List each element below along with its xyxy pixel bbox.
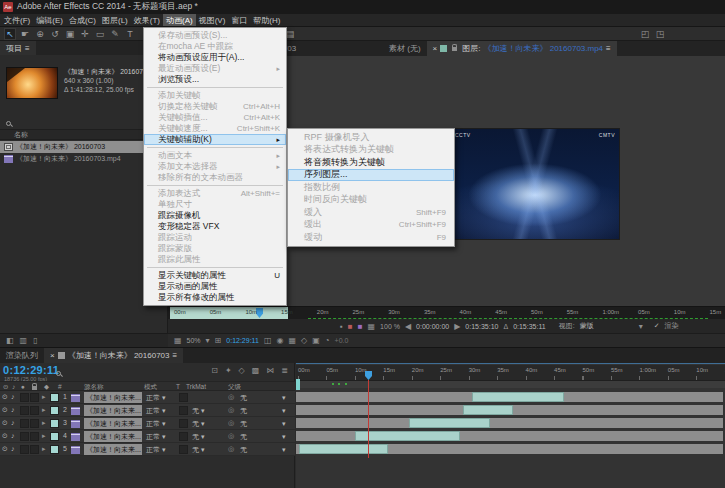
audio-icon[interactable]: ♪	[11, 445, 15, 452]
mode-select[interactable]: 正常 ▾	[146, 444, 165, 455]
parent-dropdown-icon[interactable]: ▾	[282, 431, 286, 442]
current-time-display[interactable]: 0:12:29:11	[3, 364, 59, 376]
keyframe-submenu-item-6[interactable]: 时间反向关键帧	[288, 194, 454, 207]
solo-box[interactable]	[20, 432, 29, 441]
render-checkbox[interactable]: ✓	[654, 322, 660, 330]
mode-select[interactable]: 正常 ▾	[146, 431, 165, 442]
timeline-preview-icon[interactable]: ◔	[325, 336, 330, 345]
magnification-value[interactable]: 50%	[187, 337, 201, 344]
draft3d-icon[interactable]: ✦	[225, 366, 232, 375]
layer-color-label[interactable]	[50, 445, 59, 454]
menubar-item-6[interactable]: 动画(A)	[163, 14, 196, 26]
parent-select[interactable]: 无	[240, 444, 247, 455]
trkmat-select[interactable]: 无 ▾	[192, 431, 204, 442]
lock-box[interactable]	[30, 445, 39, 454]
hide-shy-layers-icon[interactable]: ◇	[239, 366, 245, 375]
animation-menu-item-17[interactable]: 添加表达式Alt+Shift+=	[144, 188, 286, 199]
pickwhip-icon[interactable]: ◎	[228, 432, 234, 440]
layer-duration-bar[interactable]	[299, 444, 388, 454]
animation-menu-item-21[interactable]: 跟踪运动	[144, 232, 286, 243]
pickwhip-icon[interactable]: ◎	[228, 406, 234, 414]
animation-menu-item-18[interactable]: 单独尺寸	[144, 199, 286, 210]
audio-icon[interactable]: ♪	[11, 393, 15, 400]
project-search[interactable]	[6, 118, 162, 128]
delete-icon[interactable]: ▯	[33, 336, 37, 345]
animation-menu-item-19[interactable]: 跟踪摄像机	[144, 210, 286, 221]
keyframe-submenu-item-9[interactable]: 缓动F9	[288, 231, 454, 244]
magnification-icon[interactable]: ▦	[174, 336, 182, 345]
animation-menu-item-9[interactable]: 关键帧插值...Ctrl+Alt+K	[144, 112, 286, 123]
audio-icon[interactable]: ♪	[11, 406, 15, 413]
animation-menu-item-22[interactable]: 跟踪蒙版	[144, 243, 286, 254]
expand-arrow-icon[interactable]: ▸	[42, 406, 46, 414]
camera-tool[interactable]: ▣	[64, 28, 76, 40]
out-point-icon[interactable]: ▶	[454, 322, 460, 331]
audio-icon[interactable]: ♪	[11, 432, 15, 439]
layer-source-name[interactable]: 《加速！向未来...	[84, 418, 142, 429]
eye-icon[interactable]: ⊙	[2, 445, 8, 453]
layer-row-4[interactable]: ⊙♪▸4《加速！向未来...正常 ▾无 ▾◎无▾	[0, 430, 295, 443]
snapshot-icon[interactable]: ◫	[264, 336, 272, 345]
keyframe-submenu-item-8[interactable]: 缓出Ctrl+Shift+F9	[288, 219, 454, 232]
keyframe-submenu-item-1[interactable]: RPF 摄像机导入	[288, 131, 454, 144]
menubar-item-8[interactable]: 窗口	[228, 14, 250, 26]
animation-menu-item-23[interactable]: 跟踪此属性	[144, 254, 286, 265]
layer-color-label[interactable]	[50, 406, 59, 415]
dropdown-icon[interactable]: ▾	[639, 322, 643, 331]
keyframe-submenu-item-5[interactable]: 指数比例	[288, 181, 454, 194]
animation-menu-item-26[interactable]: 显示动画的属性	[144, 281, 286, 292]
timeline-ruler[interactable]: 00m05m10m15m20m25m30m35m40m45m50m55m1:00…	[296, 365, 725, 381]
parent-select[interactable]: 无	[240, 418, 247, 429]
composition-mini-flowchart-icon[interactable]: ⊡	[211, 366, 218, 375]
lock-icon[interactable]	[452, 47, 457, 51]
alpha-channel-icon[interactable]: ■	[358, 322, 363, 331]
parent-select[interactable]: 无	[240, 392, 247, 403]
animation-menu-item-20[interactable]: 变形稳定器 VFX	[144, 221, 286, 232]
solo-box[interactable]	[20, 419, 29, 428]
type-tool[interactable]: T	[124, 28, 136, 40]
t-checkbox[interactable]	[179, 406, 188, 415]
audio-icon[interactable]: ♪	[11, 419, 15, 426]
layer-row-1[interactable]: ⊙♪▸1《加速！向未来...正常 ▾◎无▾	[0, 391, 295, 404]
red-channel-icon[interactable]: ■	[348, 322, 353, 331]
eye-icon[interactable]: ⊙	[2, 419, 8, 427]
resolution-icon[interactable]: ⊞	[215, 336, 222, 345]
new-folder-icon[interactable]: ▥	[20, 336, 28, 345]
always-preview-icon[interactable]: ▪	[340, 322, 343, 331]
t-checkbox[interactable]	[179, 432, 188, 441]
pen-tool[interactable]: ✎	[109, 28, 121, 40]
panel-menu-icon[interactable]: ≡	[173, 351, 178, 360]
expand-arrow-icon[interactable]: ▸	[42, 393, 46, 401]
animation-menu-item-13[interactable]: 动画文本▸	[144, 150, 286, 161]
selection-tool[interactable]: ↖	[4, 28, 16, 40]
expand-arrow-icon[interactable]: ▸	[42, 445, 46, 453]
animation-menu-item-3[interactable]: 将动画预设应用于(A)...	[144, 52, 286, 63]
mode-select[interactable]: 正常 ▾	[146, 418, 165, 429]
timeline-search[interactable]	[56, 369, 61, 378]
menubar-item-9[interactable]: 帮助(H)	[250, 14, 283, 26]
animation-menu-item-10[interactable]: 关键帧速度...Ctrl+Shift+K	[144, 123, 286, 134]
in-point-time[interactable]: 0:00:00:00	[416, 323, 449, 330]
layer-source-name[interactable]: 《加速！向未来...	[84, 444, 142, 455]
frame-blending-icon[interactable]: ▩	[252, 366, 260, 375]
layer-full-band[interactable]	[296, 418, 723, 428]
color-depth-icon[interactable]: ◧	[6, 336, 14, 345]
show-channels-icon[interactable]: ◉	[276, 336, 283, 345]
layer-source-name[interactable]: 《加速！向未来...	[84, 405, 142, 416]
region-of-interest-icon[interactable]: ▣	[312, 336, 320, 345]
lock-box[interactable]	[30, 406, 39, 415]
work-area-bar[interactable]	[296, 381, 725, 388]
pan-behind-tool[interactable]: ✛	[79, 28, 91, 40]
animation-menu-item-1[interactable]: 保存动画预设(S)...	[144, 30, 286, 41]
trkmat-select[interactable]: 无 ▾	[192, 405, 204, 416]
layer-duration-bar[interactable]	[355, 431, 460, 441]
parent-dropdown-icon[interactable]: ▾	[282, 405, 286, 416]
expand-arrow-icon[interactable]: ▸	[42, 419, 46, 427]
exposure-value[interactable]: +0.0	[335, 337, 349, 344]
keyframe-submenu-item-4[interactable]: 序列图层...	[288, 169, 454, 182]
layer-duration-bar[interactable]	[472, 392, 564, 402]
viewer-tab-3[interactable]: ×图层:《加速！向未来》 20160703.mp4≡	[427, 41, 617, 56]
parent-select[interactable]: 无	[240, 405, 247, 416]
hand-tool[interactable]: ☛	[19, 28, 31, 40]
pickwhip-icon[interactable]: ◎	[228, 419, 234, 427]
